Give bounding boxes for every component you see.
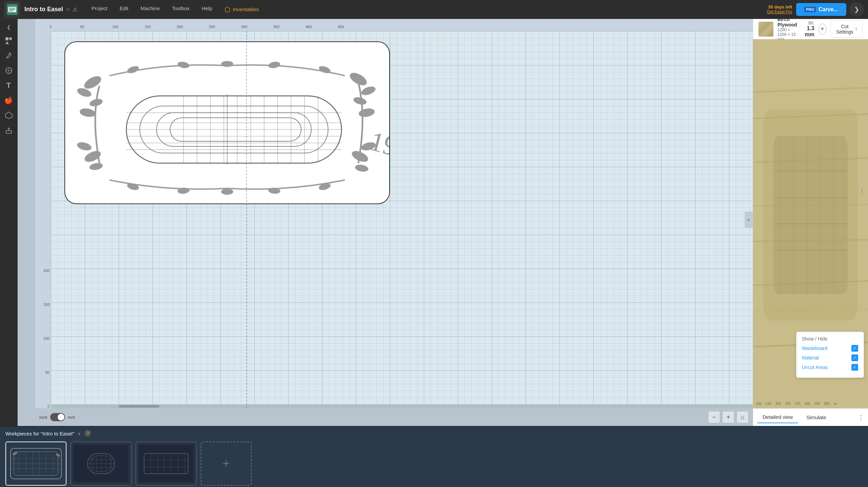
show-hide-material[interactable]: Material ✓ (802, 354, 858, 361)
preview-area[interactable]: 130 140 150 160 170 180 190 200 ≫ ⋮ Show… (753, 39, 868, 408)
svg-rect-107 (139, 445, 193, 482)
forward-button[interactable]: ❯ (849, 2, 864, 17)
svg-point-36 (221, 189, 233, 195)
detailed-view-button[interactable]: Detailed view (757, 411, 798, 423)
design-area[interactable]: 1962 (64, 41, 390, 204)
get-easel-pro-link[interactable]: Get Easel Pro (767, 9, 792, 14)
svg-point-24 (353, 96, 367, 106)
workpiece-1-preview (9, 445, 63, 482)
workpieces-area: Workpieces for "Intro to Easel" ∨ ? (0, 426, 868, 487)
preview-bottom-bar: Detailed view Simulate ⋮ (753, 408, 868, 426)
3d-tool[interactable] (2, 109, 16, 122)
topbar: Intro to Easel ☆ ⚠ Project Edit Machine … (0, 0, 868, 19)
main-area: ❮ T 🍎 0 50 100 150 200 (0, 19, 868, 426)
workpiece-3[interactable] (136, 442, 197, 486)
carve-label: Carve... (818, 6, 838, 13)
cut-settings-button[interactable]: Cut Settings ! (830, 21, 863, 38)
preview-more-button[interactable]: ⋮ (858, 414, 864, 421)
workpieces-help-button[interactable]: ? (84, 430, 91, 437)
nav-edit[interactable]: Edit (114, 3, 135, 16)
svg-point-23 (360, 85, 376, 97)
svg-rect-72 (773, 136, 848, 294)
svg-point-20 (76, 141, 93, 152)
show-hide-panel: Show / Hide Wasteboard ✓ Material ✓ Uncu… (796, 332, 864, 378)
unit-mm-label[interactable]: mm (68, 415, 75, 420)
material-thumbnail[interactable] (758, 22, 773, 37)
circle-tool[interactable] (2, 64, 16, 77)
zoom-out-button[interactable]: − (708, 411, 720, 423)
inventables-logo-icon: ⬡ (224, 5, 230, 14)
svg-point-29 (126, 65, 140, 75)
bit-label: Bit: (801, 21, 814, 25)
app-logo (4, 1, 20, 18)
wasteboard-checkbox[interactable]: ✓ (851, 345, 858, 352)
unit-inch-label[interactable]: inch (39, 415, 47, 420)
apple-tool[interactable]: 🍎 (2, 94, 16, 107)
workpieces-dropdown-icon[interactable]: ∨ (78, 431, 81, 436)
ruler-top: 0 50 100 150 200 250 300 350 400 450 (35, 19, 753, 31)
canvas-center-line (246, 31, 247, 408)
svg-text:1962: 1962 (367, 126, 389, 169)
material-bar: Birch Plywood 1200 × 1200 × 15 mm Bit: 1… (753, 19, 868, 39)
svg-point-28 (354, 164, 369, 173)
canvas-container: 0 50 100 150 200 250 300 350 400 450 0 5… (18, 19, 753, 426)
show-hide-wasteboard[interactable]: Wasteboard ✓ (802, 345, 858, 352)
preview-ruler: 130 140 150 160 170 180 190 200 ≫ (753, 399, 868, 408)
star-icon[interactable]: ☆ (66, 6, 71, 13)
svg-point-30 (177, 61, 190, 69)
horizontal-scrollbar[interactable] (51, 404, 753, 408)
pen-tool[interactable] (2, 49, 16, 62)
svg-point-6 (9, 37, 12, 40)
nav-machine[interactable]: Machine (135, 3, 166, 16)
right-panel: Birch Plywood 1200 × 1200 × 15 mm Bit: 1… (753, 19, 868, 426)
uncut-areas-checkbox[interactable]: ✓ (851, 364, 858, 371)
ruler-left: 0 50 100 150 200 (35, 31, 51, 408)
simulate-button[interactable]: Simulate (801, 412, 831, 423)
svg-point-32 (268, 61, 281, 69)
sidebar-collapse-button[interactable]: ❮ (3, 22, 15, 33)
import-tool[interactable] (2, 123, 16, 137)
svg-point-8 (9, 53, 11, 54)
warning-icon[interactable]: ⚠ (73, 6, 77, 13)
bit-value: 1.3 mm (801, 25, 814, 38)
workpieces-header: Workpieces for "Intro to Easel" ∨ ? (0, 427, 868, 440)
pro-badge: PRO (804, 7, 816, 12)
material-info: Birch Plywood 1200 × 1200 × 15 mm (777, 19, 797, 42)
nav-toolbox[interactable]: Toolbox (166, 3, 196, 16)
show-hide-uncut-areas[interactable]: Uncut Areas ✓ (802, 364, 858, 371)
material-name[interactable]: Birch Plywood (777, 19, 797, 27)
cut-settings-label: Cut Settings (836, 24, 853, 35)
more-options-button[interactable]: ⋮ (859, 187, 865, 195)
nav-project[interactable]: Project (85, 3, 114, 16)
bit-info: Bit: 1.3 mm (801, 21, 814, 38)
canvas-bottom-bar: inch mm − + ⌂ (35, 408, 753, 426)
add-bit-button[interactable]: + (818, 24, 826, 35)
text-tool[interactable]: T (2, 79, 16, 92)
zoom-controls: − + ⌂ (708, 411, 749, 423)
workpiece-2-preview (74, 445, 128, 482)
svg-rect-5 (5, 37, 8, 40)
nav-inventables[interactable]: ⬡ Inventables (218, 3, 265, 16)
svg-point-31 (221, 61, 233, 67)
canvas-workspace[interactable]: 1962 (51, 31, 753, 408)
svg-point-18 (79, 107, 96, 118)
unit-toggle: inch mm (39, 413, 75, 421)
unit-switch[interactable] (50, 413, 65, 421)
wasteboard-label: Wasteboard (802, 346, 827, 351)
material-checkbox[interactable]: ✓ (851, 354, 858, 361)
collapse-right-button[interactable]: » (745, 212, 753, 228)
show-hide-title: Show / Hide (802, 336, 858, 342)
cut-settings-warning-icon: ! (855, 26, 857, 32)
workpiece-2[interactable] (71, 442, 132, 486)
carve-button[interactable]: PRO Carve... (796, 3, 846, 16)
shapes-tool[interactable] (2, 34, 16, 47)
nav-help[interactable]: Help (196, 3, 218, 16)
zoom-in-button[interactable]: + (722, 411, 734, 423)
help-icon: ? (87, 431, 89, 436)
svg-point-21 (89, 162, 103, 171)
days-left-block: 30 days left Get Easel Pro (767, 4, 792, 14)
workpiece-1[interactable] (5, 442, 66, 486)
add-workpiece-button[interactable]: + (201, 442, 252, 486)
zoom-home-button[interactable]: ⌂ (736, 411, 749, 423)
svg-rect-3 (9, 9, 15, 10)
